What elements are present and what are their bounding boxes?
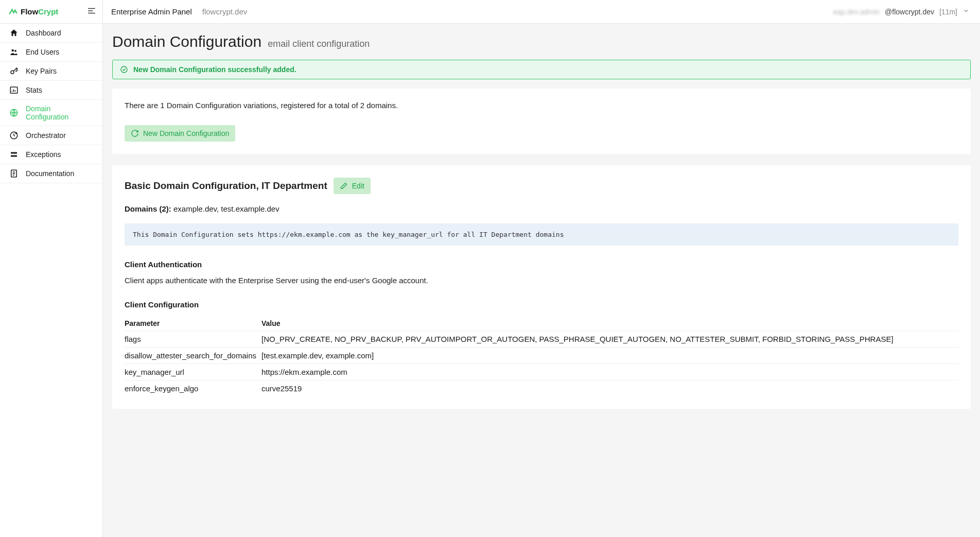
doc-icon <box>9 169 19 178</box>
client-config-table: Parameter Value flags[NO_PRV_CREATE, NO_… <box>125 316 958 396</box>
svg-point-0 <box>12 49 14 52</box>
table-row: enforce_keygen_algocurve25519 <box>125 380 958 397</box>
summary-card: There are 1 Domain Configuration variati… <box>112 89 971 154</box>
sidebar: DashboardEnd UsersKey PairsStatsDomain C… <box>0 24 103 537</box>
edit-config-label: Edit <box>352 182 364 190</box>
sidebar-item-domain-configuration[interactable]: Domain Configuration <box>0 100 102 126</box>
sidebar-item-documentation[interactable]: Documentation <box>0 164 102 183</box>
param-value: [test.example.dev, example.com] <box>261 348 958 364</box>
sidebar-toggle-icon[interactable] <box>87 6 96 17</box>
sidebar-item-label: Dashboard <box>26 29 61 37</box>
success-alert-text: New Domain Configuration successfully ad… <box>133 65 296 74</box>
user-name-hidden: eap.dev.admin <box>833 8 880 16</box>
new-domain-config-label: New Domain Configuration <box>143 129 229 137</box>
client-auth-text: Client apps authenticate with the Enterp… <box>125 276 958 285</box>
param-value: curve25519 <box>261 380 958 397</box>
sidebar-item-key-pairs[interactable]: Key Pairs <box>0 62 102 81</box>
panel-domain: flowcrypt.dev <box>202 7 248 16</box>
summary-text: There are 1 Domain Configuration variati… <box>125 101 958 110</box>
table-col-value: Value <box>261 316 958 331</box>
sidebar-item-label: Exceptions <box>26 150 61 159</box>
logo-icon <box>8 7 18 16</box>
user-menu[interactable]: eap.dev.admin @flowcrypt.dev [11m] <box>833 7 970 16</box>
sidebar-item-orchestrator[interactable]: Orchestrator <box>0 126 102 145</box>
user-session-time: [11m] <box>939 8 957 16</box>
sidebar-item-label: Key Pairs <box>26 67 57 75</box>
config-description: This Domain Configuration sets https://e… <box>125 223 958 246</box>
svg-rect-8 <box>11 155 17 157</box>
page-heading: Domain Configuration email client config… <box>112 33 971 50</box>
users-icon <box>9 47 19 57</box>
stats-icon <box>9 85 19 95</box>
check-circle-icon <box>120 65 128 74</box>
client-auth-heading: Client Authentication <box>125 260 958 269</box>
logo[interactable]: FlowCrypt <box>8 7 58 16</box>
client-config-heading: Client Configuration <box>125 300 958 309</box>
edit-config-button[interactable]: Edit <box>334 178 371 194</box>
content: Domain Configuration email client config… <box>103 24 980 537</box>
new-domain-config-button[interactable]: New Domain Configuration <box>125 125 235 142</box>
svg-point-6 <box>15 132 16 133</box>
table-row: disallow_attester_search_for_domains[tes… <box>125 348 958 364</box>
orchestrator-icon <box>9 131 19 140</box>
table-row: key_manager_urlhttps://ekm.example.com <box>125 364 958 380</box>
table-col-parameter: Parameter <box>125 316 261 331</box>
chevron-down-icon <box>962 7 970 16</box>
param-name: enforce_keygen_algo <box>125 380 261 397</box>
refresh-add-icon <box>131 129 139 137</box>
logo-text-flow: Flow <box>21 7 38 16</box>
sidebar-item-dashboard[interactable]: Dashboard <box>0 24 102 43</box>
key-icon <box>9 66 19 76</box>
sidebar-item-label: Documentation <box>26 169 74 178</box>
success-alert: New Domain Configuration successfully ad… <box>112 60 971 79</box>
domains-line: Domains (2): example.dev, test.example.d… <box>125 204 958 213</box>
panel-title: Enterprise Admin Panel <box>111 7 192 16</box>
globe-icon <box>9 108 19 117</box>
user-domain: @flowcrypt.dev <box>885 8 934 16</box>
sidebar-item-end-users[interactable]: End Users <box>0 43 102 62</box>
svg-rect-7 <box>11 152 17 154</box>
param-name: flags <box>125 331 261 348</box>
sidebar-item-label: End Users <box>26 48 59 56</box>
param-name: key_manager_url <box>125 364 261 380</box>
config-title: Basic Domain Configuration, IT Departmen… <box>125 180 327 192</box>
topbar-mid: Enterprise Admin Panel flowcrypt.dev <box>103 7 247 16</box>
svg-point-1 <box>14 50 16 52</box>
sidebar-item-label: Orchestrator <box>26 131 66 140</box>
config-card: Basic Domain Configuration, IT Departmen… <box>112 165 971 409</box>
param-value: [NO_PRV_CREATE, NO_PRV_BACKUP, PRV_AUTOI… <box>261 331 958 348</box>
topbar-left: FlowCrypt <box>0 0 103 23</box>
domains-value: example.dev, test.example.dev <box>173 204 279 213</box>
sidebar-item-exceptions[interactable]: Exceptions <box>0 145 102 164</box>
domains-label: Domains (2): <box>125 204 171 213</box>
exceptions-icon <box>9 150 19 159</box>
sidebar-item-stats[interactable]: Stats <box>0 81 102 100</box>
param-name: disallow_attester_search_for_domains <box>125 348 261 364</box>
svg-point-10 <box>121 66 127 73</box>
topbar: FlowCrypt Enterprise Admin Panel flowcry… <box>0 0 980 24</box>
param-value: https://ekm.example.com <box>261 364 958 380</box>
page-subtitle: email client configuration <box>268 39 370 49</box>
pencil-icon <box>340 182 348 190</box>
logo-text-crypt: Crypt <box>38 7 58 16</box>
home-icon <box>9 28 19 38</box>
page-title: Domain Configuration <box>112 33 261 50</box>
sidebar-item-label: Domain Configuration <box>26 105 93 121</box>
config-header: Basic Domain Configuration, IT Departmen… <box>125 178 958 194</box>
table-row: flags[NO_PRV_CREATE, NO_PRV_BACKUP, PRV_… <box>125 331 958 348</box>
sidebar-item-label: Stats <box>26 86 42 94</box>
svg-point-2 <box>11 71 14 74</box>
